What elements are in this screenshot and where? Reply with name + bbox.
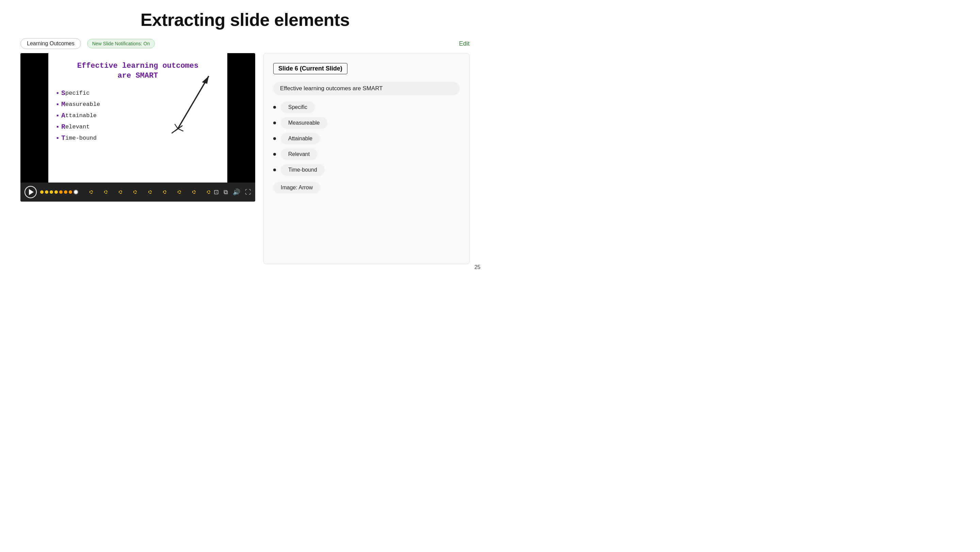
svg-line-3	[172, 129, 178, 134]
timeline-dot	[40, 190, 43, 194]
timeline-dot-future	[148, 190, 152, 194]
cc-icon[interactable]: ⊡	[214, 188, 219, 196]
timeline-dot-current	[73, 190, 78, 195]
video-controls: ⊡ ⧉ 🔊 ⛶	[21, 182, 255, 202]
timeline-dot-future	[207, 190, 210, 194]
play-button[interactable]	[24, 186, 37, 198]
timeline-dot	[64, 190, 67, 194]
play-icon	[29, 189, 34, 195]
timeline-dot	[45, 190, 48, 194]
fullscreen-icon[interactable]: ⛶	[245, 189, 251, 196]
volume-icon[interactable]: 🔊	[233, 188, 240, 196]
svg-line-5	[178, 129, 183, 131]
panel-item-specific: Specific	[273, 102, 460, 113]
panel-item-relevant: Relevant	[273, 148, 460, 160]
timeline-dot-future	[89, 190, 93, 194]
panel-item-label: Measureable	[281, 117, 327, 129]
timeline-dot-future	[134, 190, 137, 194]
bullet-dot	[273, 153, 276, 156]
panel-item-label: Attainable	[281, 133, 320, 144]
timeline-dot	[69, 190, 72, 194]
slide-panel: Slide 6 (Current Slide) Effective learni…	[263, 53, 469, 264]
svg-line-4	[175, 124, 178, 129]
main-content: Effective learning outcomesare SMART Spe…	[0, 53, 490, 264]
timeline-dots	[40, 190, 210, 194]
picture-in-picture-icon[interactable]: ⧉	[224, 189, 228, 196]
panel-item-label: Specific	[281, 102, 315, 113]
panel-item-label: Time-bound	[281, 164, 325, 176]
timeline-dot-future	[104, 190, 108, 194]
bullet-dot	[273, 169, 276, 171]
timeline-dot	[54, 190, 58, 194]
top-bar: Learning Outcomes New Slide Notification…	[0, 38, 490, 49]
learning-outcomes-button[interactable]: Learning Outcomes	[21, 38, 81, 49]
svg-line-0	[178, 76, 209, 129]
panel-item-measureable: Measureable	[273, 117, 460, 129]
panel-item-attainable: Attainable	[273, 133, 460, 144]
bullet-dot	[273, 137, 276, 140]
timeline-dot-future	[119, 190, 122, 194]
slide-content: Effective learning outcomesare SMART Spe…	[48, 53, 227, 182]
progress-bar[interactable]	[40, 191, 210, 193]
timeline-dot-future	[178, 190, 181, 194]
bullet-dot	[273, 121, 276, 124]
notification-badge: New Slide Notifications: On	[87, 39, 155, 48]
panel-item-timebound: Time-bound	[273, 164, 460, 176]
video-player: Effective learning outcomesare SMART Spe…	[21, 53, 255, 202]
slide-panel-header: Slide 6 (Current Slide)	[273, 63, 347, 74]
panel-slide-title: Effective learning outcomes are SMART	[273, 82, 460, 95]
page-title: Extracting slide elements	[0, 0, 490, 38]
timeline-dot-future	[163, 190, 166, 194]
control-icons: ⊡ ⧉ 🔊 ⛶	[214, 188, 251, 196]
svg-marker-1	[202, 76, 208, 84]
timeline-dot	[50, 190, 53, 194]
slide-arrow-image	[166, 67, 221, 135]
slide-black-right	[227, 53, 255, 182]
edit-button[interactable]: Edit	[459, 40, 469, 47]
timeline-dot	[59, 190, 63, 194]
page-number: 25	[474, 264, 480, 270]
panel-items-list: Specific Measureable Attainable Relevant…	[273, 102, 460, 176]
slide-black-left	[21, 53, 48, 182]
slide-area: Effective learning outcomesare SMART Spe…	[21, 53, 255, 182]
panel-image-label: Image: Arrow	[273, 182, 320, 193]
bullet-dot	[273, 106, 276, 108]
panel-item-label: Relevant	[281, 148, 317, 160]
timeline-dot-future	[192, 190, 196, 194]
